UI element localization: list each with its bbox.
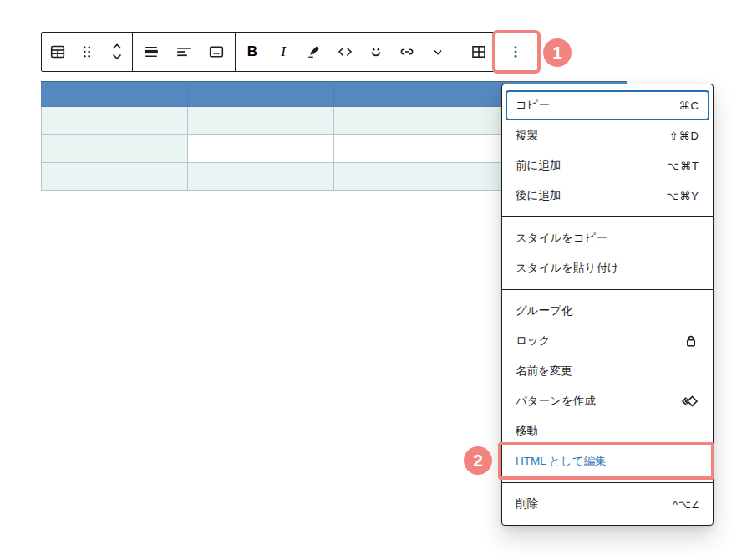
menu-item-insert-after[interactable]: 後に追加 ⌥⌘Y: [502, 181, 713, 211]
menu-item-label: 前に追加: [516, 158, 561, 173]
toolbar-group-block: [42, 33, 133, 71]
drag-handle-icon: [77, 42, 97, 62]
menu-item-duplicate[interactable]: 複製 ⇧⌘D: [502, 120, 713, 150]
inline-code-button[interactable]: [331, 35, 359, 69]
menu-item-shortcut: ^⌥Z: [673, 498, 699, 511]
menu-group-styles: スタイルをコピー スタイルを貼り付け: [502, 217, 713, 290]
menu-item-label: ロック: [516, 333, 550, 349]
chevron-down-icon: [428, 42, 448, 62]
menu-item-edit-as-html[interactable]: HTML として編集: [502, 446, 713, 476]
table-header-cell[interactable]: [188, 82, 334, 107]
table-cell[interactable]: [334, 162, 480, 190]
table-cell[interactable]: [334, 135, 480, 162]
toolbar-group-table: [455, 33, 539, 71]
link-button[interactable]: [393, 35, 421, 69]
menu-item-label: 後に追加: [516, 188, 561, 203]
kebab-icon: [506, 42, 526, 62]
caption-button[interactable]: [202, 35, 231, 69]
align-button[interactable]: [137, 35, 165, 69]
menu-item-lock[interactable]: ロック: [502, 326, 713, 356]
caption-icon: [206, 42, 226, 62]
text-align-button[interactable]: [170, 35, 198, 69]
menu-item-delete[interactable]: 削除 ^⌥Z: [502, 489, 713, 519]
menu-item-copy[interactable]: コピー ⌘C: [506, 90, 709, 120]
table-block-button[interactable]: [43, 35, 72, 69]
table-cell[interactable]: [42, 162, 188, 190]
menu-item-shortcut: ⌥⌘Y: [666, 190, 699, 202]
menu-item-label: 複製: [516, 128, 538, 143]
edit-table-button[interactable]: [465, 35, 493, 69]
menu-item-group[interactable]: グループ化: [502, 296, 713, 326]
emoji-button[interactable]: [362, 35, 390, 69]
highlighter-icon: [304, 42, 324, 62]
annotation-badge-step1: 1: [543, 38, 572, 67]
toolbar-group-align: [133, 33, 236, 71]
highlight-button[interactable]: [300, 35, 328, 69]
menu-item-label: スタイルを貼り付け: [516, 261, 619, 276]
menu-item-label: グループ化: [516, 303, 572, 318]
menu-item-insert-before[interactable]: 前に追加 ⌥⌘T: [502, 150, 713, 181]
menu-item-label: パターンを作成: [516, 394, 596, 409]
italic-button[interactable]: I: [269, 35, 297, 69]
more-formats-button[interactable]: [424, 35, 452, 69]
table-cell[interactable]: [188, 135, 334, 162]
menu-item-label: スタイルをコピー: [516, 231, 607, 246]
menu-item-label: 移動: [516, 424, 538, 439]
block-options-menu: コピー ⌘C 複製 ⇧⌘D 前に追加 ⌥⌘T 後に追加 ⌥⌘Y スタイルをコピー…: [501, 84, 714, 526]
menu-group-delete: 削除 ^⌥Z: [502, 483, 713, 525]
drag-handle[interactable]: [73, 35, 101, 69]
table-block-icon: [48, 42, 68, 62]
table-cell[interactable]: [42, 107, 188, 135]
table-cell[interactable]: [188, 162, 334, 190]
menu-group-block-actions: グループ化 ロック 名前を変更 パターンを作成: [502, 290, 713, 483]
bold-icon: B: [247, 43, 257, 60]
options-button[interactable]: [501, 35, 530, 69]
menu-item-shortcut: ⌥⌘T: [667, 160, 699, 172]
smiley-icon: [366, 42, 386, 62]
menu-item-copy-styles[interactable]: スタイルをコピー: [502, 223, 713, 253]
table-grid-icon: [469, 42, 489, 62]
gutenberg-editor-canvas: B I: [0, 0, 752, 560]
table-cell[interactable]: [334, 107, 480, 135]
menu-item-label: HTML として編集: [516, 454, 606, 469]
table-header-cell[interactable]: [334, 82, 480, 107]
menu-item-create-pattern[interactable]: パターンを作成: [502, 386, 713, 416]
link-icon: [397, 42, 417, 62]
block-mover[interactable]: [103, 35, 131, 69]
menu-item-paste-styles[interactable]: スタイルを貼り付け: [502, 253, 713, 283]
table-cell[interactable]: [42, 135, 188, 162]
menu-item-move[interactable]: 移動: [502, 416, 713, 446]
lock-icon: [683, 333, 699, 349]
menu-item-label: 削除: [516, 496, 538, 512]
menu-item-shortcut: ⌘C: [679, 99, 699, 112]
align-none-icon: [141, 42, 161, 62]
block-toolbar: B I: [41, 32, 540, 72]
menu-item-shortcut: ⇧⌘D: [669, 130, 699, 142]
menu-item-label: コピー: [516, 98, 550, 113]
table-cell[interactable]: [188, 107, 334, 135]
table-header-cell[interactable]: [42, 82, 188, 107]
mover-up-down-icon: [107, 40, 127, 64]
pattern-icon: [681, 393, 699, 410]
menu-item-rename[interactable]: 名前を変更: [502, 356, 713, 386]
text-align-left-icon: [174, 42, 194, 62]
annotation-badge-step2: 2: [464, 446, 492, 475]
menu-group-clipboard: コピー ⌘C 複製 ⇧⌘D 前に追加 ⌥⌘T 後に追加 ⌥⌘Y: [502, 84, 713, 217]
italic-icon: I: [281, 43, 286, 60]
toolbar-group-format: B I: [236, 33, 455, 71]
bold-button[interactable]: B: [238, 35, 267, 69]
menu-item-label: 名前を変更: [516, 364, 572, 379]
code-icon: [335, 42, 355, 62]
